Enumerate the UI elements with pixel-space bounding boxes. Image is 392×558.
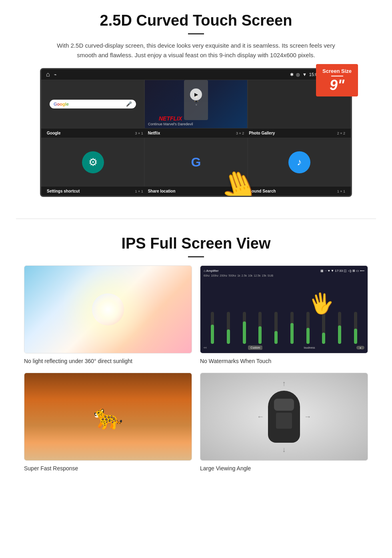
app-labels-bottom: Settings shortcut 1 × 1 Share location 1…	[41, 187, 351, 196]
section2-title: IPS Full Screen View	[24, 235, 368, 252]
arrow-left-icon: ←	[257, 413, 264, 421]
section1-title: 2.5D Curved Touch Screen	[24, 12, 368, 29]
settings-label-cell: Settings shortcut 1 × 1	[44, 188, 146, 194]
app-grid-bottom: ⚙ G 🤚 ♪	[41, 138, 351, 187]
feature-cheetah: 🐆 Super Fast Response	[24, 373, 192, 472]
sound-search-cell[interactable]: ♪	[248, 138, 351, 187]
feature-grid: No light reflecting under 360° direct su…	[24, 265, 368, 472]
sound-app-size: 1 × 1	[337, 189, 345, 193]
google-cell-inner: Google 🎤	[42, 80, 144, 128]
amp-time: ▦ ··· ♥ ▼ 17:33 ◫ ◁) ⊠ ▭ ⟵	[320, 269, 364, 273]
status-bar: ⌂ ⌁ ✱ ◎ ▼ 15:06 ◫ ◁) ⊠ ▭	[41, 69, 351, 80]
home-icon: ⌂	[46, 71, 50, 78]
amp-freq-labels: 60hz100hz200hz500hz1k2.5k10k12.5k15kSUB	[204, 274, 364, 277]
gear-icon: ⚙	[88, 156, 98, 169]
netflix-logo-text: NETFLIX	[159, 115, 182, 122]
location-icon: ◎	[296, 72, 300, 77]
amp-fill-5	[274, 331, 278, 344]
settings-icon-wrap: ⚙	[82, 151, 104, 173]
app-grid-top: Google 🎤 🕴 ▶ NETFLIX	[41, 80, 351, 128]
amp-fill-9	[338, 325, 341, 344]
screen-size-badge: Screen Size 9"	[316, 64, 358, 96]
sunlight-label: No light reflecting under 360° direct su…	[24, 358, 132, 364]
app-labels-top: Google 3 × 1 Netflix 3 × 2 Photo Gallery…	[41, 128, 351, 138]
loudness-toggle[interactable]: ●	[356, 346, 364, 349]
amp-bars	[204, 278, 364, 344]
gallery-app-name: Photo Gallery	[249, 131, 275, 135]
amp-bar-1	[205, 312, 220, 344]
mic-icon: 🎤	[126, 101, 132, 107]
car-top-view: ↑ ← → ↓	[257, 379, 311, 454]
amp-bar-9	[332, 312, 347, 344]
netflix-cell-inner: 🕴 ▶ NETFLIX Continue Marvel's Daredevil	[145, 80, 247, 128]
badge-size: 9"	[330, 77, 344, 93]
netflix-app-cell[interactable]: 🕴 ▶ NETFLIX Continue Marvel's Daredevil	[144, 80, 248, 128]
car-row: ← →	[257, 391, 311, 443]
loudness-label: loudness	[304, 346, 315, 349]
car-roof	[276, 413, 292, 429]
amp-track-1	[211, 312, 214, 344]
amplifier-label: No Watermarks When Touch	[200, 358, 271, 364]
settings-app-name: Settings shortcut	[47, 189, 80, 193]
amp-bar-5	[269, 312, 284, 344]
cheetah-label: Super Fast Response	[24, 465, 78, 472]
netflix-label: NETFLIX Continue Marvel's Daredevil	[148, 115, 193, 126]
amp-title: ⌂ Amplifier	[204, 269, 219, 273]
google-search-bar[interactable]: Google 🎤	[50, 100, 136, 108]
netflix-subtitle: Continue Marvel's Daredevil	[148, 122, 193, 126]
share-location-cell[interactable]: G 🤚	[144, 138, 248, 187]
music-icon: ♪	[297, 157, 302, 168]
arrow-down-icon: ↓	[282, 446, 286, 454]
amp-track-10	[354, 312, 357, 344]
amplifier-visual: ⌂ Amplifier ▦ ··· ♥ ▼ 17:33 ◫ ◁) ⊠ ▭ ⟵ 6…	[200, 266, 368, 353]
gallery-label-cell: Photo Gallery 2 × 2	[246, 130, 348, 136]
amp-bar-3	[237, 312, 252, 344]
amp-fill-3	[243, 321, 246, 344]
gallery-app-size: 2 × 2	[337, 131, 345, 135]
custom-button[interactable]: Custom	[248, 345, 262, 350]
netflix-app-size: 3 × 2	[236, 131, 244, 135]
amp-header: ⌂ Amplifier ▦ ··· ♥ ▼ 17:33 ◫ ◁) ⊠ ▭ ⟵	[204, 269, 364, 273]
amp-fill-7	[306, 328, 310, 344]
section-divider	[16, 219, 376, 219]
amp-fill-1	[211, 325, 214, 344]
title-underline	[188, 33, 204, 34]
amp-nav-left: <<	[204, 346, 207, 349]
amp-track-6	[290, 312, 294, 344]
amp-bar-10	[348, 312, 363, 344]
wifi-icon: ▼	[302, 72, 307, 77]
arrow-up-icon: ↑	[282, 379, 286, 388]
section-ips: IPS Full Screen View No light reflecting…	[0, 231, 392, 484]
google-app-cell[interactable]: Google 🎤	[41, 80, 144, 128]
settings-app-size: 1 × 1	[135, 189, 143, 193]
badge-title: Screen Size	[322, 68, 352, 74]
settings-cell-inner: ⚙	[42, 138, 144, 186]
badge-line	[331, 76, 343, 76]
amp-fill-4	[258, 326, 262, 344]
amp-track-2	[227, 312, 230, 344]
car-body	[268, 391, 300, 443]
car-visual: ↑ ← → ↓	[200, 373, 368, 460]
share-cell-inner: G 🤚	[145, 138, 247, 186]
amp-bottom: << Custom loudness ●	[204, 345, 364, 350]
settings-app-cell[interactable]: ⚙	[41, 138, 144, 187]
netflix-app-name: Netflix	[148, 131, 160, 135]
cheetah-visual: 🐆	[24, 373, 192, 460]
amp-fill-2	[227, 329, 230, 344]
car-windshield	[274, 399, 294, 411]
sunlight-image	[24, 265, 192, 353]
cheetah-image: 🐆	[24, 373, 192, 461]
cheetah-shape: 🐆	[93, 403, 123, 431]
play-button[interactable]: ▶	[190, 88, 202, 100]
amp-bar-8	[316, 312, 331, 344]
share-app-name: Share location	[148, 189, 176, 193]
feature-car: ↑ ← → ↓ Large Viewing Angle	[200, 373, 368, 472]
car-image: ↑ ← → ↓	[200, 373, 368, 461]
g-letter: G	[191, 155, 201, 170]
section-curved-screen: 2.5D Curved Touch Screen With 2.5D curve…	[0, 0, 392, 207]
google-app-name: Google	[47, 131, 60, 135]
feature-sunlight: No light reflecting under 360° direct su…	[24, 265, 192, 365]
amp-track-3	[243, 312, 246, 344]
cheetah-emoji: 🐆	[93, 403, 123, 430]
car-label: Large Viewing Angle	[200, 465, 251, 472]
